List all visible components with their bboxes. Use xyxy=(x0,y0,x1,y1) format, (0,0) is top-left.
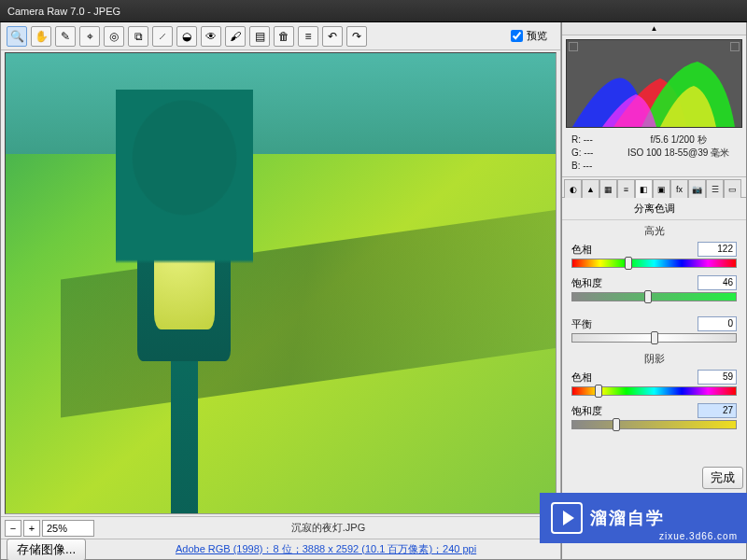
sh-hue-value[interactable]: 59 xyxy=(698,370,737,385)
zoom-controls: − + 25% xyxy=(5,520,94,537)
highlights-title: 高光 xyxy=(562,220,746,240)
graduated-filter-icon[interactable]: ▤ xyxy=(249,26,270,47)
slider-thumb[interactable] xyxy=(595,385,602,398)
tab-split-toning-icon[interactable]: ◧ xyxy=(635,179,653,198)
readout-r: R: --- xyxy=(571,133,611,147)
tab-curve-icon[interactable]: ▲ xyxy=(582,179,599,198)
histogram-svg xyxy=(567,43,742,127)
sh-sat-value[interactable]: 27 xyxy=(698,403,737,418)
straighten-icon[interactable]: ⟋ xyxy=(152,26,173,47)
zoom-out-button[interactable]: − xyxy=(5,520,21,537)
zoom-tool-icon[interactable]: 🔍 xyxy=(7,26,27,47)
balance-row: 平衡 0 xyxy=(562,315,746,348)
readout-b: B: --- xyxy=(571,160,611,173)
histogram[interactable] xyxy=(566,39,742,128)
rgb-exif-readout: R: --- G: --- B: --- f/5.6 1/200 秒 ISO 1… xyxy=(562,132,746,177)
filename-label: 沉寂的夜灯.JPG xyxy=(100,521,557,535)
hl-sat-label: 饱和度 xyxy=(571,276,602,290)
scroll-up-arrow-icon[interactable]: ▲ xyxy=(562,22,746,35)
hl-sat-slider[interactable] xyxy=(571,292,737,301)
tab-snapshots-icon[interactable]: ▭ xyxy=(724,179,741,198)
workflow-options-link[interactable]: Adobe RGB (1998)：8 位；3888 x 2592 (10.1 百… xyxy=(97,542,555,556)
hl-hue-slider[interactable] xyxy=(571,259,737,268)
hl-sat-value[interactable]: 46 xyxy=(698,275,737,290)
canvas-bottombar: − + 25% 沉寂的夜灯.JPG xyxy=(1,516,560,539)
sh-sat-label: 饱和度 xyxy=(571,404,602,418)
exif-line2: ISO 100 18-55@39 毫米 xyxy=(611,147,746,160)
watermark-brand: 溜溜自学 xyxy=(590,507,665,529)
main-wrapper: 🔍 ✋ ✎ ⌖ ◎ ⧉ ⟋ ◒ 👁 🖌 ▤ 🗑 ≡ ↶ ↷ 预览 xyxy=(0,22,747,560)
tab-lens-icon[interactable]: ▣ xyxy=(653,179,670,198)
balance-slider[interactable] xyxy=(571,333,737,343)
sh-hue-row: 色相 59 xyxy=(562,368,746,401)
play-icon xyxy=(551,502,583,534)
preview-label: 预览 xyxy=(527,29,547,43)
zoom-value[interactable]: 25% xyxy=(42,520,94,537)
save-image-button[interactable]: 存储图像... xyxy=(7,539,86,561)
slider-thumb[interactable] xyxy=(644,290,652,303)
adjustment-brush-icon[interactable]: 🖌 xyxy=(225,26,246,47)
panel-tabs: ◐ ▲ ▦ ≡ ◧ ▣ fx 📷 ☰ ▭ xyxy=(562,177,746,198)
hl-hue-label: 色相 xyxy=(571,243,592,257)
image-canvas[interactable] xyxy=(5,52,557,514)
slider-thumb[interactable] xyxy=(613,418,620,431)
zoom-in-button[interactable]: + xyxy=(23,520,40,537)
watermark: 溜溜自学 zixue.3d66.com xyxy=(540,493,747,543)
redeye-icon[interactable]: 👁 xyxy=(201,26,221,47)
tab-camera-icon[interactable]: 📷 xyxy=(688,179,706,198)
sh-sat-slider[interactable] xyxy=(571,420,737,429)
preview-checkbox[interactable]: 预览 xyxy=(511,29,547,43)
title-bar: Camera Raw 7.0 - JPEG xyxy=(0,0,747,22)
tab-hsl-icon[interactable]: ≡ xyxy=(617,179,635,198)
balance-value[interactable]: 0 xyxy=(698,316,737,331)
sh-sat-row: 饱和度 27 xyxy=(562,401,746,435)
photo-content xyxy=(6,53,556,513)
tab-basic-icon[interactable]: ◐ xyxy=(564,179,582,198)
tab-detail-icon[interactable]: ▦ xyxy=(599,179,617,198)
target-adjust-icon[interactable]: ◎ xyxy=(104,26,124,47)
tool-toolbar: 🔍 ✋ ✎ ⌖ ◎ ⧉ ⟋ ◒ 👁 🖌 ▤ 🗑 ≡ ↶ ↷ 预览 xyxy=(1,22,560,50)
crop-icon[interactable]: ⧉ xyxy=(128,26,148,47)
done-button[interactable]: 完成 xyxy=(702,467,743,489)
hl-hue-row: 色相 122 xyxy=(562,240,746,273)
sh-hue-slider[interactable] xyxy=(571,386,737,396)
balance-label: 平衡 xyxy=(571,317,592,331)
hand-tool-icon[interactable]: ✋ xyxy=(31,26,51,47)
readout-g: G: --- xyxy=(571,147,611,160)
left-pane: 🔍 ✋ ✎ ⌖ ◎ ⧉ ⟋ ◒ 👁 🖌 ▤ 🗑 ≡ ↶ ↷ 预览 xyxy=(1,22,561,559)
slider-thumb[interactable] xyxy=(651,331,658,344)
color-sampler-icon[interactable]: ⌖ xyxy=(79,26,100,47)
window-title: Camera Raw 7.0 - JPEG xyxy=(7,6,120,17)
prefs-icon[interactable]: ≡ xyxy=(298,26,318,47)
watermark-url: zixue.3d66.com xyxy=(659,531,738,541)
hl-sat-row: 饱和度 46 xyxy=(562,273,746,307)
rotate-cw-icon[interactable]: ↷ xyxy=(346,26,367,47)
tab-fx-icon[interactable]: fx xyxy=(670,179,688,198)
hl-hue-value[interactable]: 122 xyxy=(698,242,737,257)
status-bar: 存储图像... Adobe RGB (1998)：8 位；3888 x 2592… xyxy=(1,539,560,559)
sh-hue-label: 色相 xyxy=(571,371,592,385)
trash-icon[interactable]: 🗑 xyxy=(274,26,294,47)
preview-checkbox-input[interactable] xyxy=(511,30,523,42)
tab-presets-icon[interactable]: ☰ xyxy=(706,179,724,198)
spot-removal-icon[interactable]: ◒ xyxy=(176,26,197,47)
panel-title: 分离色调 xyxy=(562,198,746,220)
rotate-ccw-icon[interactable]: ↶ xyxy=(322,26,343,47)
exif-line1: f/5.6 1/200 秒 xyxy=(611,133,746,147)
shadows-title: 阴影 xyxy=(562,348,746,368)
slider-thumb[interactable] xyxy=(625,257,632,270)
eyedropper-icon[interactable]: ✎ xyxy=(55,26,76,47)
